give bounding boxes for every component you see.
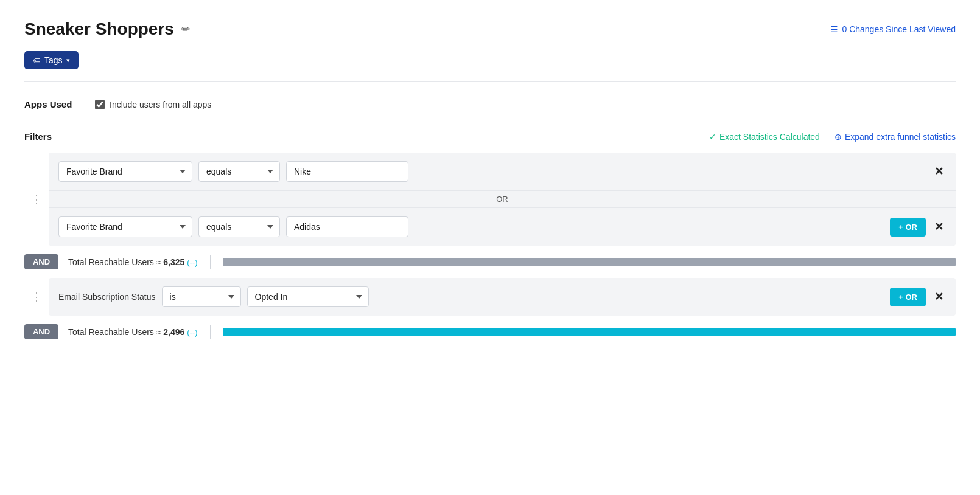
tags-chevron-icon: ▾ — [66, 57, 70, 64]
reachable-text-1: Total Reachable Users ≈ 6,325 (--) — [68, 257, 198, 267]
filter-rows-2: Email Subscription Status is is not Opte… — [49, 278, 956, 316]
close-filter-3[interactable]: ✕ — [932, 290, 946, 303]
filters-actions: ✓ Exact Statistics Calculated ⊕ Expand e… — [709, 132, 956, 142]
changes-label: 0 Changes Since Last Viewed — [842, 24, 956, 34]
page-title: Sneaker Shoppers — [24, 19, 174, 39]
include-all-apps-label[interactable]: Include users from all apps — [95, 100, 211, 109]
reachable-link-2[interactable]: (--) — [187, 328, 197, 337]
close-filter-1[interactable]: ✕ — [932, 165, 946, 178]
and-row-2: AND Total Reachable Users ≈ 2,496 (--) — [24, 316, 956, 348]
reachable-link-1[interactable]: (--) — [187, 258, 197, 267]
changes-icon: ☰ — [830, 24, 838, 34]
filter-group-2: ⋮ Email Subscription Status is is not Op… — [24, 278, 956, 316]
close-filter-2[interactable]: ✕ — [932, 220, 946, 234]
exact-stats-label: Exact Statistics Calculated — [719, 132, 820, 142]
or-button-2[interactable]: + OR — [890, 288, 926, 306]
filters-label: Filters — [24, 131, 52, 142]
tags-label: Tags — [44, 55, 63, 65]
include-all-apps-checkbox[interactable] — [95, 100, 105, 109]
or-button-1[interactable]: + OR — [890, 218, 926, 237]
or-divider-1: OR — [49, 190, 956, 208]
changes-link[interactable]: ☰ 0 Changes Since Last Viewed — [830, 24, 956, 34]
filter-rows-1: Favorite Brand Email Subscription Status… — [49, 153, 956, 246]
exact-stats: ✓ Exact Statistics Calculated — [709, 132, 820, 142]
value-input-1[interactable] — [286, 161, 408, 182]
apps-used-section: Apps Used Include users from all apps — [24, 99, 956, 109]
filter-row-2: Favorite Brand Email Subscription Status… — [49, 208, 956, 246]
drag-handle-2[interactable]: ⋮ — [24, 278, 49, 316]
reachable-text-2: Total Reachable Users ≈ 2,496 (--) — [68, 327, 198, 337]
reachable-prefix-1: Total Reachable Users ≈ — [68, 257, 161, 267]
operator-select-1[interactable]: equals does not equal contains starts wi… — [198, 161, 280, 182]
filters-header: Filters ✓ Exact Statistics Calculated ⊕ … — [24, 131, 956, 142]
progress-bar-fill-1 — [223, 258, 956, 266]
reachable-prefix-2: Total Reachable Users ≈ — [68, 327, 161, 337]
reachable-count-1: 6,325 — [163, 257, 184, 267]
and-row-1: AND Total Reachable Users ≈ 6,325 (--) — [24, 246, 956, 278]
include-all-apps-text: Include users from all apps — [110, 100, 211, 109]
and-badge-1: AND — [24, 254, 58, 269]
tag-icon: 🏷 — [33, 56, 41, 65]
progress-bar-1 — [223, 258, 956, 266]
is-operator-select[interactable]: is is not — [162, 286, 241, 307]
email-subscription-label: Email Subscription Status — [58, 292, 156, 302]
tags-button[interactable]: 🏷 Tags ▾ — [24, 51, 79, 69]
reachable-count-2: 2,496 — [163, 327, 184, 337]
vertical-divider-1 — [210, 255, 211, 269]
property-select-1[interactable]: Favorite Brand Email Subscription Status… — [58, 161, 192, 182]
check-icon: ✓ — [709, 132, 716, 142]
filter-row-1: Favorite Brand Email Subscription Status… — [49, 153, 956, 190]
section-divider — [24, 81, 956, 82]
expand-funnel-label: Expand extra funnel statistics — [845, 132, 956, 142]
filter-group-1: ⋮ Favorite Brand Email Subscription Stat… — [24, 153, 956, 246]
property-select-2[interactable]: Favorite Brand Email Subscription Status… — [58, 216, 192, 237]
vertical-divider-2 — [210, 325, 211, 339]
drag-handle-1[interactable]: ⋮ — [24, 153, 49, 246]
progress-bar-2 — [223, 328, 956, 336]
and-badge-2: AND — [24, 324, 58, 339]
apps-used-label: Apps Used — [24, 99, 85, 109]
filter-row-email: Email Subscription Status is is not Opte… — [49, 278, 956, 316]
edit-icon[interactable]: ✏ — [181, 22, 191, 36]
operator-select-2[interactable]: equals does not equal contains starts wi… — [198, 216, 280, 237]
opted-in-select[interactable]: Opted In Opted Out Subscribed Unsubscrib… — [247, 286, 369, 307]
plus-circle-icon: ⊕ — [835, 132, 842, 142]
value-input-2[interactable] — [286, 216, 408, 237]
progress-bar-fill-2 — [223, 328, 956, 336]
expand-funnel-link[interactable]: ⊕ Expand extra funnel statistics — [835, 132, 956, 142]
